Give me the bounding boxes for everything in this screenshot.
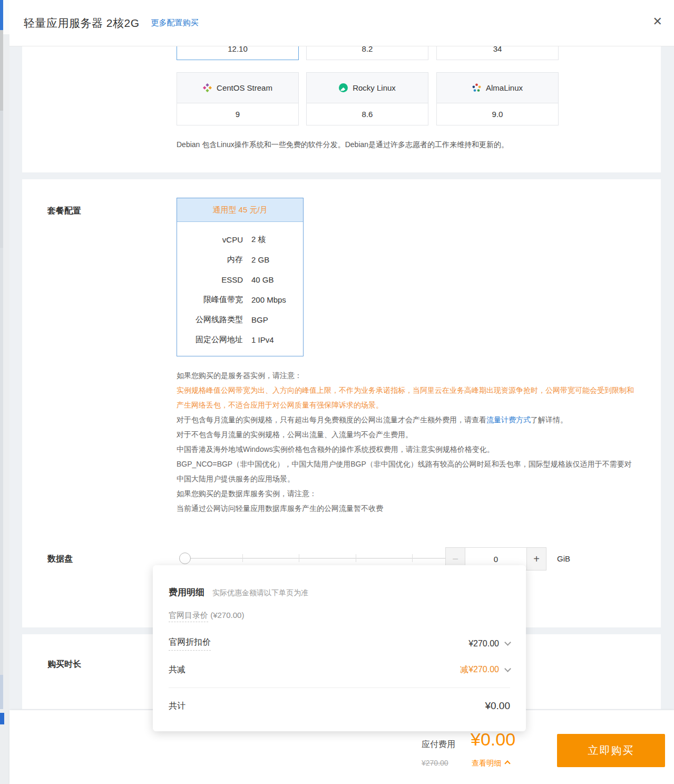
slider-tick — [242, 554, 243, 562]
discount-price-label: 官网折扣价 — [169, 637, 211, 651]
os-card-centos-stream[interactable]: CentOS Stream — [177, 72, 299, 103]
spec-row-bandwidth: 限峰值带宽 200 Mbps — [177, 289, 303, 309]
page-bg-block — [0, 30, 3, 111]
fee-popup-header: 费用明细 实际优惠金额请以下单页为准 — [169, 586, 308, 598]
discount-price-row: 官网折扣价 ¥270.00 — [169, 637, 510, 651]
os-name-label: Rocky Linux — [353, 83, 396, 92]
os-version-cell-cut[interactable]: 8.2 — [306, 46, 428, 60]
plan-specs: vCPU 2 核 内存 2 GB ESSD 40 GB 限峰值带宽 200 Mb… — [177, 222, 303, 350]
spec-row-line-type: 公网线路类型 BGP — [177, 309, 303, 330]
slider-tick — [412, 554, 413, 562]
page-bg-block — [0, 0, 3, 30]
note-line: 中国香港及海外地域Windows实例价格包含额外的操作系统授权费用，请注意实例规… — [177, 442, 636, 457]
total-reduction-label: 共减 — [169, 664, 185, 675]
package-section: 套餐配置 通用型 45 元/月 vCPU 2 核 内存 2 GB ESSD 40… — [22, 179, 661, 627]
page-bg-block — [0, 248, 3, 675]
data-disk-label: 数据盘 — [47, 554, 73, 565]
popup-divider — [169, 688, 510, 688]
plan-card-header: 通用型 45 元/月 — [177, 198, 303, 222]
spec-row-memory: 内存 2 GB — [177, 249, 303, 269]
spec-row-vcpu: vCPU 2 核 — [177, 229, 303, 249]
note-warning: 实例规格峰值公网带宽为出、入方向的峰值上限，不作为业务承诺指标，当阿里云在业务高… — [177, 383, 636, 412]
page-bg-block — [0, 675, 3, 709]
buy-now-button[interactable]: 立即购买 — [557, 734, 665, 767]
original-price: ¥270.00 — [422, 759, 448, 767]
os-card-rocky-linux[interactable]: Rocky Linux — [306, 72, 428, 103]
payable-amount: ¥0.00 — [471, 729, 515, 750]
disk-slider-handle[interactable] — [179, 553, 191, 564]
chevron-down-icon — [504, 665, 511, 672]
slider-tick — [356, 554, 356, 562]
almalinux-icon — [472, 83, 481, 92]
view-detail-link[interactable]: 查看明细 — [472, 759, 510, 768]
os-version-alma[interactable]: 9.0 — [436, 103, 559, 125]
more-config-link[interactable]: 更多配置购买 — [151, 18, 199, 28]
page-bg-block — [0, 111, 3, 248]
close-icon[interactable]: ✕ — [653, 16, 662, 27]
note-line: 如果您购买的是服务器实例，请注意： — [177, 368, 636, 383]
os-version-cell-cut[interactable]: 34 — [436, 46, 559, 60]
duration-section-label: 购买时长 — [47, 659, 81, 670]
os-version-cell-cut[interactable]: 12.10 — [177, 46, 299, 60]
note-traffic: 对于包含每月流量的实例规格，只有超出每月免费额度的公网出流量才会产生额外费用，请… — [177, 412, 636, 427]
discount-price-value[interactable]: ¥270.00 — [468, 639, 510, 649]
disk-unit-label: GiB — [557, 554, 570, 563]
grand-total-value: ¥0.00 — [485, 700, 510, 712]
traffic-billing-link[interactable]: 流量计费方式 — [486, 415, 531, 424]
package-section-label: 套餐配置 — [47, 206, 81, 217]
spec-row-public-ip: 固定公网地址 1 IPv4 — [177, 330, 303, 350]
page-bg-block — [3, 0, 9, 34]
os-name-label: AlmaLinux — [486, 83, 523, 92]
os-section: 12.10 CentOS Stream 9 8.2 Rocky Linux — [22, 46, 661, 172]
page-bg-block — [0, 713, 4, 724]
payable-label: 应付费用 — [422, 739, 455, 750]
os-version-centos[interactable]: 9 — [177, 103, 299, 125]
note-line: BGP_NCO=BGP（非中国优化），中国大陆用户使用BGP（非中国优化）线路有… — [177, 457, 636, 486]
chevron-down-icon — [504, 639, 511, 646]
stepper-plus-button[interactable]: + — [526, 547, 546, 570]
rocky-linux-icon — [339, 83, 348, 92]
note-line: 当前通过公网访问轻量应用数据库服务产生的公网流量暂不收费 — [177, 501, 636, 516]
plan-card-general[interactable]: 通用型 45 元/月 vCPU 2 核 内存 2 GB ESSD 40 GB 限… — [177, 198, 304, 356]
package-notes: 如果您购买的是服务器实例，请注意： 实例规格峰值公网带宽为出、入方向的峰值上限，… — [177, 368, 636, 516]
os-description: Debian 包含Linux操作系统和一些免费的软件分发。Debian是通过许多… — [177, 140, 640, 150]
list-price-row: 官网目录价 (¥270.00) — [169, 611, 510, 621]
page-background-strip — [0, 0, 9, 784]
slider-tick — [299, 554, 299, 562]
chevron-up-icon — [504, 760, 510, 766]
spec-row-essd: ESSD 40 GB — [177, 269, 303, 289]
fee-detail-popup: 费用明细 实际优惠金额请以下单页为准 官网目录价 (¥270.00) 官网折扣价… — [153, 565, 526, 731]
note-line: 对于不包含每月流量的实例规格，公网出流量、入流量均不会产生费用。 — [177, 427, 636, 442]
grand-total-row: 共计 ¥0.00 — [169, 700, 510, 712]
grand-total-label: 共计 — [169, 701, 185, 712]
centos-icon — [203, 83, 212, 92]
list-price-label: 官网目录价 — [169, 611, 208, 622]
os-version-rocky[interactable]: 8.6 — [306, 103, 428, 125]
dialog-header: 轻量应用服务器 2核2G 更多配置购买 ✕ — [9, 0, 674, 46]
dialog-title: 轻量应用服务器 2核2G — [24, 16, 140, 31]
total-reduction-value[interactable]: 减¥270.00 — [460, 664, 510, 675]
fee-popup-title: 费用明细 — [169, 586, 204, 598]
os-name-label: CentOS Stream — [217, 83, 272, 92]
fee-popup-subtitle: 实际优惠金额请以下单页为准 — [212, 588, 308, 598]
list-price-value: (¥270.00) — [210, 611, 244, 620]
os-card-almalinux[interactable]: AlmaLinux — [436, 72, 559, 103]
total-reduction-row: 共减 减¥270.00 — [169, 664, 510, 675]
disk-slider-track[interactable] — [185, 558, 445, 559]
note-line: 如果您购买的是数据库服务实例，请注意： — [177, 486, 636, 501]
